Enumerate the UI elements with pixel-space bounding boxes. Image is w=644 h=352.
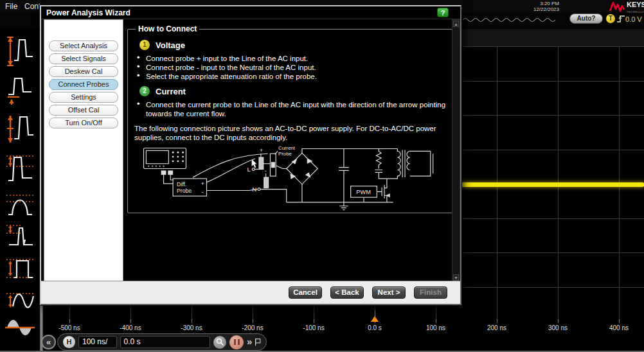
diff-probe-label-1: Diff.: [177, 181, 186, 188]
pwm-label: PWM: [356, 189, 371, 195]
bullet: Connect probe - input to the Neutral of …: [136, 63, 448, 72]
connection-diagram: Diff. Probe + - L N + - Current Probe PW…: [133, 145, 448, 215]
group-title: How to Connect: [136, 24, 199, 33]
horizontal-toolbar: H 100 ns/ 0.0 s »: [57, 333, 267, 351]
timeline-tick-label: 100 ns: [426, 324, 445, 331]
meas-overshoot-icon[interactable]: [5, 151, 35, 186]
meas-base-icon[interactable]: [5, 74, 35, 106]
timeline-tick-label: 0.0 s: [368, 324, 382, 331]
time-position-input[interactable]: 0.0 s: [120, 336, 211, 348]
trigger-edge-icon[interactable]: [616, 15, 625, 23]
content-scrollbar[interactable]: ▲ ▼: [452, 19, 460, 282]
connection-note: The following connection picture shows a…: [134, 124, 448, 142]
cancel-button[interactable]: Cancel: [289, 286, 322, 299]
fast-forward-icon[interactable]: »: [247, 336, 251, 348]
diff-minus: -: [202, 189, 204, 195]
horizontal-badge[interactable]: H: [63, 336, 75, 348]
next-button[interactable]: Next >: [372, 286, 406, 299]
zoom-icon[interactable]: [213, 336, 226, 349]
voltage-section-title: Voltage: [156, 40, 185, 50]
back-button[interactable]: < Back: [330, 286, 364, 299]
bullet: Connect the current probe to the Line of…: [136, 100, 448, 118]
timeline-axis: -500 ns -400 ns -300 ns -200 ns -100 ns …: [0, 319, 644, 334]
bullet: Connect probe + input to the Line of the…: [136, 54, 448, 63]
step1-number-badge: 1: [139, 40, 150, 50]
dialog-title: Power Analysis Wizard: [46, 8, 130, 17]
wizard-step-turn-onoff[interactable]: Turn On/Off: [49, 118, 118, 128]
timeline-tick-label: -200 ns: [242, 324, 263, 331]
trigger-level-value[interactable]: 0.0 V: [625, 15, 642, 23]
magnifier-icon: [216, 338, 224, 346]
wizard-footer: Cancel < Back Next > Finish: [41, 281, 460, 304]
timeline-tick-label: 400 ns: [609, 324, 629, 331]
bullet: Select the appropriate attenuation ratio…: [136, 72, 448, 81]
line-probe-plus: +: [260, 147, 263, 154]
wizard-step-settings[interactable]: Settings: [49, 92, 118, 103]
timeline-tick-label: -100 ns: [303, 324, 324, 331]
wizard-step-connect-probes[interactable]: Connect Probes: [49, 79, 118, 90]
bookmark-pin-icon[interactable]: [254, 337, 261, 347]
timeline-tick-label: 300 ns: [548, 324, 568, 331]
timeline-tick-label: 200 ns: [487, 324, 506, 331]
time-scale-input[interactable]: 100 ns/: [78, 336, 117, 348]
brand-logo: KEYSIGHT TECHNOLOG: [609, 1, 644, 15]
wizard-content: How to Connect 1 Voltage Connect probe +…: [123, 19, 452, 282]
neutral-terminal-label: N: [252, 186, 256, 193]
voltage-bullet-list: Connect probe + input to the Line of the…: [136, 54, 448, 81]
step2-number-badge: 2: [139, 86, 150, 96]
line-terminal-label: L: [247, 166, 251, 173]
clock-time: 3:20 PM: [533, 1, 559, 6]
meas-amplitude-icon[interactable]: [5, 32, 35, 71]
keysight-spark-icon: [609, 1, 625, 12]
diff-probe-label-2: Probe: [177, 188, 192, 194]
brand-sub: TECHNOLOG: [627, 8, 644, 15]
current-section-title: Current: [156, 87, 186, 96]
collapse-panel-button[interactable]: «: [41, 335, 56, 349]
meas-maximum-icon[interactable]: [5, 109, 35, 148]
meas-ac-rms-icon[interactable]: [5, 287, 35, 315]
finish-button[interactable]: Finish: [414, 286, 447, 299]
current-probe-label-2: Probe: [278, 151, 292, 157]
oscilloscope-screen: File Contr 3:20 PM 12/22/2023 KEYSIGHT T…: [0, 0, 644, 352]
wizard-step-deskew-cal[interactable]: Deskew Cal: [49, 66, 118, 77]
meas-glitch-icon[interactable]: [5, 222, 35, 251]
current-probe-label-1: Current: [278, 145, 296, 151]
scrollbar-down-icon[interactable]: ▼: [453, 274, 459, 281]
cursor-icon: [251, 159, 257, 168]
timeline-tick-label: -400 ns: [120, 324, 141, 331]
timeline-tick-label: -500 ns: [58, 324, 80, 331]
horizontal-scroll-wave-icon: [461, 15, 558, 24]
wizard-step-list: Select Analysis Select Signals Deskew Ca…: [44, 19, 123, 282]
brand-name: KEYSIGHT: [627, 1, 644, 8]
wizard-step-select-signals[interactable]: Select Signals: [49, 53, 118, 64]
diff-plus: +: [201, 180, 204, 187]
menu-file[interactable]: File: [5, 2, 17, 11]
wizard-step-select-analysis[interactable]: Select Analysis: [49, 40, 118, 51]
power-analysis-wizard-dialog: Power Analysis Wizard ? Select Analysis …: [40, 5, 461, 305]
current-bullet-list: Connect the current probe to the Line of…: [136, 100, 448, 118]
how-to-connect-group: How to Connect 1 Voltage Connect probe +…: [127, 24, 454, 213]
clock: 3:20 PM 12/22/2023: [533, 1, 559, 12]
trigger-source-badge[interactable]: T: [606, 14, 615, 23]
timeline-tick-label: -300 ns: [181, 324, 202, 331]
trigger-position-marker[interactable]: [371, 316, 379, 322]
scrollbar-up-icon[interactable]: ▲: [453, 21, 459, 27]
wizard-step-offset-cal[interactable]: Offset Cal: [49, 105, 118, 116]
measurement-icon-column: [0, 29, 40, 324]
neutral-probe-minus: -: [265, 168, 267, 174]
pause-icon[interactable]: [229, 335, 244, 349]
clock-date: 12/22/2023: [533, 6, 559, 12]
help-icon[interactable]: ?: [437, 8, 449, 17]
meas-top-icon[interactable]: [5, 189, 35, 218]
dialog-title-bar[interactable]: Power Analysis Wizard ?: [41, 6, 460, 19]
meas-pulse-width-icon[interactable]: [5, 254, 35, 284]
trigger-auto-button[interactable]: Auto?: [569, 13, 603, 24]
